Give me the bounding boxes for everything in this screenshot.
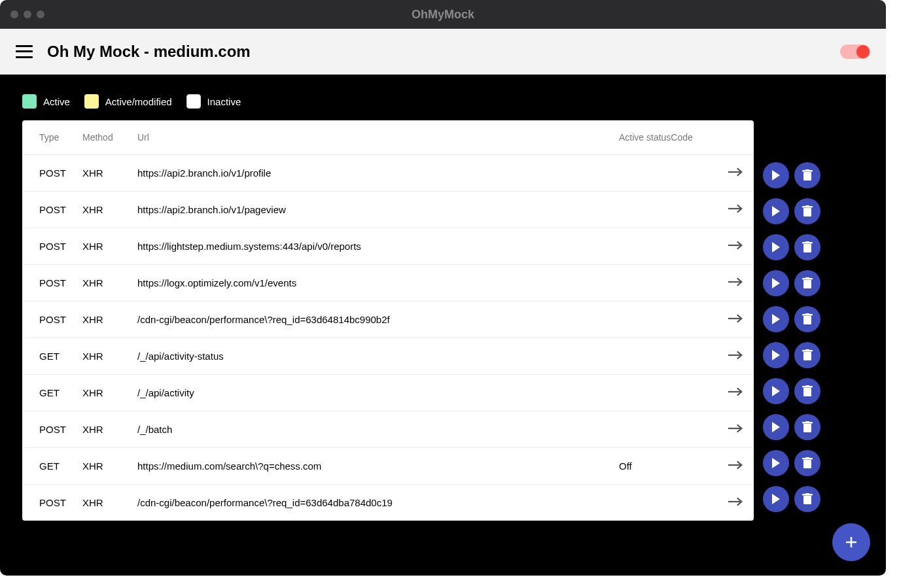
delete-button[interactable] [794, 306, 820, 332]
legend-swatch [186, 94, 201, 109]
table-row[interactable]: POSTXHR/_/batch [22, 411, 754, 448]
table-row[interactable]: POSTXHR/cdn-cgi/beacon/performance\?req_… [22, 485, 754, 521]
traffic-minimize[interactable] [24, 10, 31, 18]
table-row[interactable]: POSTXHRhttps://lightstep.medium.systems:… [22, 228, 754, 265]
play-button[interactable] [763, 342, 789, 368]
row-actions [763, 193, 820, 229]
svg-marker-14 [772, 206, 780, 216]
table-row[interactable]: POSTXHRhttps://logx.optimizely.com/v1/ev… [22, 265, 754, 302]
master-toggle[interactable] [840, 44, 870, 59]
trash-icon [802, 277, 813, 289]
svg-marker-38 [772, 422, 780, 432]
cell-method: XHR [82, 375, 137, 411]
svg-marker-42 [772, 458, 780, 468]
cell-type: POST [22, 485, 82, 521]
play-icon [771, 206, 781, 216]
row-open-arrow[interactable] [717, 155, 754, 192]
row-open-arrow[interactable] [717, 448, 754, 485]
play-button[interactable] [763, 450, 789, 476]
row-actions [763, 337, 820, 373]
row-open-arrow[interactable] [717, 192, 754, 228]
col-header-status[interactable]: Active statusCode [619, 120, 717, 155]
delete-button[interactable] [794, 270, 820, 296]
play-icon [771, 170, 781, 181]
col-header-type[interactable]: Type [22, 120, 82, 155]
svg-marker-26 [772, 314, 780, 324]
cell-type: GET [22, 375, 82, 411]
svg-rect-33 [805, 349, 809, 351]
svg-marker-10 [772, 170, 780, 181]
arrow-right-icon [727, 352, 744, 363]
cell-url: https://logx.optimizely.com/v1/events [137, 265, 619, 302]
delete-button[interactable] [794, 342, 820, 368]
delete-button[interactable] [794, 450, 820, 476]
arrow-right-icon [727, 169, 744, 180]
arrow-right-icon [727, 462, 744, 473]
table-row[interactable]: POSTXHRhttps://api2.branch.io/v1/pagevie… [22, 192, 754, 228]
cell-type: POST [22, 228, 82, 265]
cell-status [619, 411, 717, 448]
row-open-arrow[interactable] [717, 338, 754, 375]
table-row[interactable]: POSTXHRhttps://api2.branch.io/v1/profile [22, 155, 754, 192]
svg-rect-11 [803, 172, 811, 181]
cell-url: https://lightstep.medium.systems:443/api… [137, 228, 619, 265]
traffic-close[interactable] [10, 10, 18, 18]
play-icon [771, 458, 781, 468]
svg-marker-46 [772, 494, 780, 504]
play-button[interactable] [763, 378, 789, 404]
cell-url: https://api2.branch.io/v1/pageview [137, 192, 619, 228]
arrow-right-icon [727, 205, 744, 216]
svg-rect-19 [803, 244, 811, 252]
cell-method: XHR [82, 228, 137, 265]
table-row[interactable]: POSTXHR/cdn-cgi/beacon/performance\?req_… [22, 302, 754, 338]
traffic-zoom[interactable] [37, 10, 44, 18]
table-row[interactable]: GETXHRhttps://medium.com/search\?q=chess… [22, 448, 754, 485]
row-open-arrow[interactable] [717, 411, 754, 448]
row-open-arrow[interactable] [717, 265, 754, 302]
delete-button[interactable] [794, 234, 820, 260]
col-header-url[interactable]: Url [137, 120, 619, 155]
play-button[interactable] [763, 306, 789, 332]
row-open-arrow[interactable] [717, 375, 754, 411]
play-icon [771, 242, 781, 252]
row-open-arrow[interactable] [717, 302, 754, 338]
play-button[interactable] [763, 198, 789, 224]
table-row[interactable]: GETXHR/_/api/activity-status [22, 338, 754, 375]
play-button[interactable] [763, 486, 789, 512]
cell-url: /_/batch [137, 411, 619, 448]
cell-method: XHR [82, 338, 137, 375]
play-button[interactable] [763, 414, 789, 440]
arrow-right-icon [727, 315, 744, 326]
cell-method: XHR [82, 265, 137, 302]
play-button[interactable] [763, 270, 789, 296]
delete-button[interactable] [794, 486, 820, 512]
delete-button[interactable] [794, 162, 820, 188]
app-header: Oh My Mock - medium.com [0, 29, 886, 75]
app-window: OhMyMock Oh My Mock - medium.com ActiveA… [0, 0, 886, 576]
row-open-arrow[interactable] [717, 485, 754, 521]
row-actions [763, 229, 820, 265]
delete-button[interactable] [794, 198, 820, 224]
play-button[interactable] [763, 234, 789, 260]
cell-method: XHR [82, 302, 137, 338]
col-header-method[interactable]: Method [82, 120, 137, 155]
row-actions [763, 157, 820, 193]
arrow-right-icon [727, 389, 744, 400]
trash-icon [802, 493, 813, 505]
row-actions [763, 445, 820, 481]
delete-button[interactable] [794, 414, 820, 440]
legend-item: Inactive [186, 94, 241, 109]
row-open-arrow[interactable] [717, 228, 754, 265]
hamburger-icon[interactable] [16, 45, 33, 58]
add-button[interactable] [832, 523, 870, 561]
traffic-lights [10, 10, 44, 18]
play-button[interactable] [763, 162, 789, 188]
table-row[interactable]: GETXHR/_/api/activity [22, 375, 754, 411]
cell-status [619, 265, 717, 302]
delete-button[interactable] [794, 378, 820, 404]
content-row: Type Method Url Active statusCode POSTXH… [22, 120, 864, 521]
row-actions [763, 481, 820, 517]
play-icon [771, 350, 781, 360]
cell-type: GET [22, 338, 82, 375]
arrow-right-icon [727, 425, 744, 436]
